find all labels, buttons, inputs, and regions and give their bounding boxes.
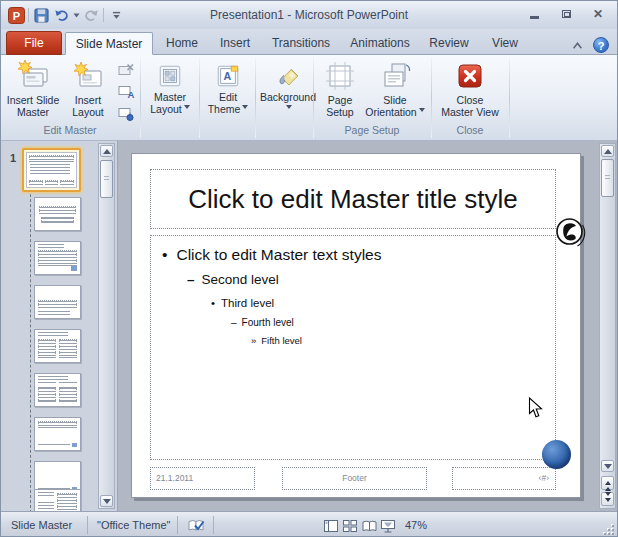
slide-show-icon: [381, 520, 395, 533]
ribbon-tab-bar: File Slide Master Home Insert Transition…: [1, 29, 617, 55]
powerpoint-window: P Presentation1 - Microsoft PowerPoint: [0, 0, 618, 537]
slide-master-thumbnail[interactable]: 1: [22, 148, 81, 192]
slide-show-button[interactable]: [379, 518, 397, 534]
edit-theme-button[interactable]: A Edit Theme: [202, 59, 254, 125]
thumbnails-scrollbar-thumb[interactable]: [100, 160, 113, 198]
layout-thumbnail[interactable]: [34, 329, 81, 363]
reading-view-button[interactable]: [360, 518, 378, 534]
scroll-down-button[interactable]: [601, 460, 614, 472]
slide-number-placeholder[interactable]: ‹#›: [452, 467, 556, 490]
footer-placeholder[interactable]: Footer: [282, 467, 427, 490]
insert-slide-master-icon: [17, 60, 49, 92]
normal-view-icon: [324, 520, 338, 532]
background-icon: [275, 63, 301, 89]
master-layout-connector-line: [30, 189, 31, 511]
slide-number-label: 1: [10, 152, 16, 164]
preserve-master-icon: [118, 107, 135, 121]
insert-layout-icon: [72, 60, 104, 92]
tab-transitions[interactable]: Transitions: [263, 32, 339, 55]
dropdown-arrow-icon: [419, 108, 425, 115]
tab-slide-master[interactable]: Slide Master: [65, 32, 153, 55]
layout-thumbnail[interactable]: [34, 241, 81, 275]
status-separator: [87, 516, 88, 534]
text-level-1: •Click to edit Master text styles: [162, 246, 381, 264]
tab-insert[interactable]: Insert: [209, 32, 261, 55]
slide-canvas[interactable]: Click to edit Master title style •Click …: [131, 153, 581, 498]
status-separator: [213, 516, 214, 534]
zoom-percentage[interactable]: 47%: [405, 512, 427, 537]
dropdown-arrow-icon: [242, 105, 248, 112]
group-separator: [255, 58, 256, 138]
page-setup-button[interactable]: Page Setup: [317, 59, 363, 125]
thumbnails-scroll-up-button[interactable]: [100, 145, 113, 157]
help-button[interactable]: ?: [593, 37, 609, 53]
close-button[interactable]: ✕: [589, 7, 607, 21]
status-view-name[interactable]: Slide Master: [11, 512, 72, 537]
restore-button[interactable]: [557, 7, 575, 21]
insert-slide-master-button[interactable]: Insert Slide Master: [5, 59, 61, 125]
layout-thumbnail[interactable]: [34, 417, 81, 451]
title-placeholder[interactable]: Click to edit Master title style: [150, 169, 556, 229]
insert-layout-button[interactable]: Insert Layout: [63, 59, 113, 125]
status-separator: [177, 516, 178, 534]
title-bar: P Presentation1 - Microsoft PowerPoint: [1, 1, 617, 29]
layout-thumbnail[interactable]: [34, 373, 81, 407]
tab-file[interactable]: File: [6, 31, 62, 55]
group-separator: [199, 58, 200, 138]
preserve-master-button[interactable]: [114, 103, 138, 124]
delete-master-icon: [118, 63, 135, 77]
thumbnails-scrollbar[interactable]: [98, 143, 115, 509]
tab-animations[interactable]: Animations: [341, 32, 419, 55]
group-label-edit-master: Edit Master: [1, 124, 139, 138]
tab-view[interactable]: View: [479, 32, 531, 55]
group-separator: [509, 58, 510, 138]
close-master-view-button[interactable]: Close Master View: [437, 59, 503, 125]
layout-thumbnail[interactable]: [34, 197, 81, 231]
group-label-close: Close: [433, 124, 507, 138]
page-setup-icon: [324, 60, 356, 92]
slide-orientation-button[interactable]: Slide Orientation: [363, 59, 427, 125]
scrollbar-thumb[interactable]: [601, 159, 614, 197]
resize-grip[interactable]: [601, 522, 614, 535]
svg-text:A: A: [223, 70, 231, 82]
minimize-ribbon-icon[interactable]: [572, 36, 583, 54]
minimize-button[interactable]: [525, 7, 543, 21]
slide-sorter-view-button[interactable]: [341, 518, 359, 534]
scroll-up-button[interactable]: [601, 145, 614, 157]
dropdown-arrow-icon: [286, 105, 292, 112]
slide-orientation-icon: [379, 60, 411, 92]
group-separator: [431, 58, 432, 138]
slide-sorter-icon: [343, 520, 357, 532]
previous-slide-button[interactable]: [601, 476, 614, 490]
text-level-3: •Third level: [211, 297, 274, 309]
reading-view-icon: [362, 520, 377, 532]
rename-master-button[interactable]: A: [114, 81, 138, 102]
master-layout-button[interactable]: Master Layout: [143, 59, 197, 125]
layout-thumbnail[interactable]: [34, 489, 81, 511]
master-layout-icon: [157, 63, 183, 89]
status-theme-name[interactable]: "Office Theme": [97, 512, 170, 537]
layout-thumbnail[interactable]: [34, 285, 81, 319]
next-slide-button[interactable]: [601, 492, 614, 506]
dropdown-arrow-icon: [184, 105, 190, 112]
slide-scrollbar[interactable]: [599, 143, 616, 509]
tab-home[interactable]: Home: [157, 32, 207, 55]
tab-review[interactable]: Review: [421, 32, 477, 55]
slide-thumbnails-panel: 1: [1, 141, 118, 511]
thumbnails-scroll-down-button[interactable]: [100, 495, 113, 507]
spellcheck-status-button[interactable]: [187, 517, 205, 533]
group-separator: [140, 58, 141, 138]
mouse-cursor: [528, 397, 543, 423]
date-placeholder[interactable]: 21.1.2011: [150, 467, 255, 490]
delete-master-button[interactable]: [114, 59, 138, 80]
body-placeholder[interactable]: •Click to edit Master text styles –Secon…: [150, 235, 556, 460]
close-master-view-icon: [454, 60, 486, 92]
blue-sphere-decoration: [542, 440, 571, 469]
master-title-text: Click to edit Master title style: [151, 170, 555, 228]
text-level-4: –Fourth level: [231, 317, 294, 328]
text-level-5: »Fifth level: [251, 335, 302, 346]
group-label-page-setup: Page Setup: [315, 124, 429, 138]
text-level-2: –Second level: [187, 272, 279, 287]
background-button[interactable]: Background: [257, 59, 319, 125]
normal-view-button[interactable]: [322, 518, 340, 534]
